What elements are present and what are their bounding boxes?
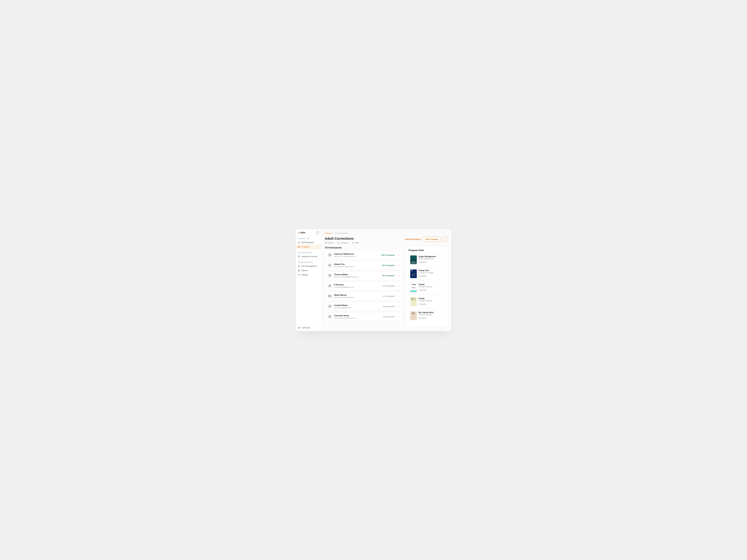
- program-path-item[interactable]: Family TiesFamily TiesCourage to Change8…: [409, 268, 445, 280]
- users-icon: [298, 241, 300, 244]
- title-block: Adult Corrections 30 Days 7 Sessions: [325, 237, 359, 244]
- participant-status: 100% Completed: [381, 254, 395, 256]
- sidebar-item-label: Interactive Journals: [301, 256, 317, 258]
- participant-row[interactable]: CHCourtney Henrycourtneyhenry1@gmail.com…: [325, 312, 403, 321]
- nav-section-title: Manage Organization: [296, 261, 321, 264]
- add-participants-button[interactable]: Add Participants: [405, 238, 421, 240]
- actions: Add Participants Edit Program ⋮: [405, 237, 448, 242]
- svg-point-1: [299, 242, 300, 242]
- path-modules: 5 Modules: [419, 261, 440, 263]
- participant-row[interactable]: CWCameron Williamsoncameron.w_34@hotmail…: [325, 251, 403, 260]
- brand-name: Atlas: [300, 231, 305, 234]
- sidebar-item-user-management[interactable]: User Management: [296, 264, 321, 268]
- edit-program-button[interactable]: Edit Program: [423, 237, 441, 242]
- sidebar-item-reports[interactable]: Reports: [296, 268, 321, 273]
- page-title: Adult Corrections: [325, 237, 359, 241]
- sidebar-item-my-participants[interactable]: My Participants: [296, 240, 321, 245]
- sidebar-header: AAtlas: [296, 229, 321, 236]
- participant-name: Wade Warren: [334, 294, 355, 296]
- participant-avatar: TW: [328, 273, 332, 278]
- participant-status: 0% Completed: [383, 305, 395, 308]
- participant-info: Wade Warrenwadewarren23@gmail.com: [334, 294, 355, 298]
- meta-row: 30 Days 7 Sessions 10hrs: [325, 242, 359, 244]
- program-path-item[interactable]: MY COPING SKILLSMy Coping SkillsForward …: [409, 310, 445, 322]
- svg-point-8: [299, 274, 299, 275]
- participant-email: theresa_webb334@hotmail.com: [334, 276, 359, 278]
- program-path-item[interactable]: SUBSTANCE USE EDUCATIONFamilyForward Thi…: [409, 296, 445, 308]
- participant-name: Robert Fox: [334, 263, 355, 265]
- breadcrumb-root[interactable]: Programs: [325, 232, 332, 234]
- participant-email: rrichards0909@gmail.com: [334, 286, 354, 288]
- participant-row[interactable]: ABAnnette Blackannette_b@gmail.com0% Com…: [325, 302, 403, 311]
- path-title: Family: [419, 297, 440, 300]
- chevron-down-icon: [442, 312, 443, 314]
- participants-section: All Participants CWCameron Williamsoncam…: [325, 246, 403, 323]
- participant-email: courtneyhenry1@gmail.com: [334, 317, 355, 319]
- participant-email: robertfox33221@gmail.com: [334, 266, 355, 268]
- module-cover: ANGER MANAGEMENT: [410, 256, 417, 264]
- calendar-icon: [325, 242, 327, 244]
- participant-info: Cameron Williamsoncameron.w_34@hotmail.c…: [334, 253, 356, 257]
- participant-avatar: RF: [328, 263, 332, 268]
- path-subtitle: Courage to Change: [419, 272, 440, 274]
- participant-name: Theresa Webb: [334, 273, 359, 276]
- chevron-down-icon: [442, 284, 443, 286]
- participants-heading: All Participants: [325, 246, 403, 249]
- sidebar-item-label: Reports: [301, 269, 308, 272]
- nav-section: Participant MaterialsInteractive Journal…: [296, 250, 321, 260]
- sidebar-item-settings[interactable]: Settings: [296, 273, 321, 277]
- participant-name: R Richard: [334, 284, 354, 286]
- program-path-item[interactable]: ANGER MANAGEMENTAnger ManagementAnger Ma…: [409, 254, 445, 266]
- nav-section-title: Facilitation Tools: [296, 238, 321, 240]
- participant-name: Cameron Williamson: [334, 253, 356, 255]
- footer-avatar: JD: [298, 326, 301, 329]
- participant-email: wadewarren23@gmail.com: [334, 296, 355, 298]
- meta-days: 30 Days: [325, 242, 334, 244]
- participant-status: 60% Completed: [382, 275, 395, 276]
- participant-row[interactable]: RRR Richardrrichards0909@gmail.com0% Com…: [325, 282, 403, 290]
- path-modules: 5 Modules: [419, 317, 440, 319]
- chevron-down-icon: [442, 298, 443, 300]
- participant-row[interactable]: TWTheresa Webbtheresa_webb334@hotmail.co…: [325, 271, 403, 280]
- path-title: Anger Management: [419, 256, 440, 258]
- participant-avatar: RR: [328, 284, 332, 288]
- svg-rect-2: [298, 246, 300, 248]
- chevron-right-icon: [398, 265, 400, 266]
- participant-info: Theresa Webbtheresa_webb334@hotmail.com: [334, 273, 359, 278]
- sidebar-item-interactive-journals[interactable]: Interactive Journals: [296, 254, 321, 259]
- footer-menu-button[interactable]: ⋮: [317, 327, 319, 329]
- main: Programs / Adult Corrections Adult Corre…: [321, 229, 451, 331]
- sidebar-footer: JD John Doe ⋮: [296, 324, 321, 331]
- participant-row[interactable]: WWWade Warrenwadewarren23@gmail.com0% Co…: [325, 292, 403, 300]
- brand-mark: A: [298, 231, 300, 234]
- sidebar-collapse-button[interactable]: [316, 231, 319, 234]
- participant-info: Robert Foxrobertfox33221@gmail.com: [334, 263, 355, 268]
- sidebar-item-label: Programs: [301, 246, 309, 248]
- module-cover: Family: [410, 284, 417, 292]
- path-title: Family Ties: [419, 269, 440, 272]
- participant-row[interactable]: RFRobert Foxrobertfox33221@gmail.com80% …: [325, 261, 403, 270]
- footer-name: John Doe: [302, 327, 316, 329]
- chevron-right-icon: [398, 316, 400, 318]
- participant-email: cameron.w_34@hotmail.com: [334, 256, 356, 257]
- sidebar-item-programs[interactable]: Programs: [296, 245, 321, 249]
- path-title: Family: [419, 284, 440, 286]
- chevron-right-icon: [398, 275, 400, 276]
- breadcrumb: Programs / Adult Corrections: [325, 232, 448, 234]
- svg-rect-9: [325, 242, 327, 243]
- path-info: FamilyForward Thinking3 Modules: [419, 284, 440, 292]
- path-subtitle: Forward Thinking: [419, 300, 440, 302]
- program-path-item[interactable]: FamilyFamilyForward Thinking3 Modules: [409, 282, 445, 294]
- chevron-down-icon: [442, 256, 443, 258]
- header-row: Adult Corrections 30 Days 7 Sessions: [325, 237, 448, 244]
- participant-name: Annette Black: [334, 304, 351, 306]
- sessions-icon: [337, 242, 339, 244]
- participant-avatar: CW: [328, 253, 332, 258]
- path-title: My Coping Skills: [419, 312, 440, 314]
- layers-icon: [298, 246, 300, 248]
- meta-sessions: 7 Sessions: [337, 242, 348, 244]
- chevron-right-icon: [398, 254, 400, 256]
- more-actions-button[interactable]: ⋮: [443, 237, 448, 242]
- module-cover: SUBSTANCE USE EDUCATION: [410, 297, 417, 306]
- chevron-right-icon: [398, 295, 400, 297]
